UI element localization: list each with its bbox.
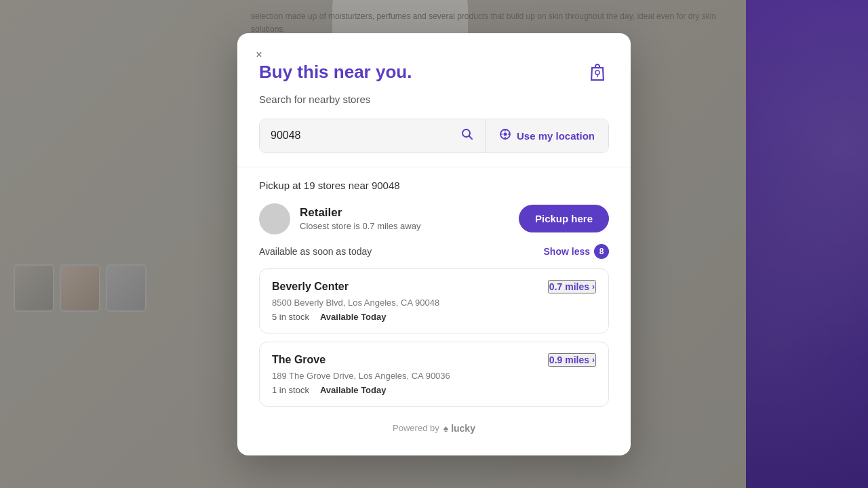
modal-header: Buy this near you. (259, 62, 609, 89)
svg-line-3 (469, 136, 472, 139)
store-name-0: Beverly Center (272, 281, 349, 293)
store-address-1: 189 The Grove Drive, Los Angeles, CA 900… (272, 371, 596, 381)
use-location-label: Use my location (517, 130, 595, 142)
chevron-right-icon-0: › (592, 282, 595, 291)
lucky-label: lucky (451, 423, 475, 434)
modal-title: Buy this near you. (259, 62, 412, 83)
modal-backdrop: × Buy this near you. Search for nearby s… (0, 0, 868, 488)
store-stock-row-1: 1 in stock Available Today (272, 385, 596, 395)
modal: × Buy this near you. Search for nearby s… (237, 33, 631, 455)
use-location-button[interactable]: Use my location (486, 119, 608, 152)
stock-count-0: 5 in stock (272, 312, 309, 322)
store-miles-1: 0.9 miles (549, 354, 589, 365)
store-stock-row-0: 5 in stock Available Today (272, 312, 596, 322)
retailer-avatar (259, 203, 290, 235)
available-today-1: Available Today (320, 385, 387, 395)
bag-icon (586, 62, 609, 89)
store-address-0: 8500 Beverly Blvd, Los Angeles, CA 90048 (272, 298, 596, 308)
store-name-1: The Grove (272, 354, 326, 366)
show-less-label: Show less (544, 246, 590, 257)
search-input[interactable] (271, 129, 455, 142)
retailer-info: Retailer Closest store is 0.7 miles away (259, 203, 420, 235)
svg-point-5 (503, 133, 507, 136)
available-today-0: Available Today (320, 312, 387, 322)
store-card-header-1: The Grove 0.9 miles › (272, 353, 596, 367)
store-miles-button-0[interactable]: 0.7 miles › (548, 280, 596, 293)
store-card-header-0: Beverly Center 0.7 miles › (272, 280, 596, 293)
stock-count-1: 1 in stock (272, 385, 309, 395)
pickup-summary: Pickup at 19 stores near 90048 (259, 180, 609, 191)
retailer-row: Retailer Closest store is 0.7 miles away… (259, 203, 609, 235)
availability-text: Available as soon as today (259, 246, 372, 257)
chevron-right-icon-1: › (592, 355, 595, 365)
svg-point-0 (595, 70, 599, 75)
store-miles-button-1[interactable]: 0.9 miles › (548, 353, 596, 367)
search-button[interactable] (460, 127, 474, 144)
pickup-here-button[interactable]: Pickup here (519, 205, 609, 232)
close-button[interactable]: × (251, 47, 267, 63)
search-input-wrap (260, 119, 486, 152)
powered-by: Powered by ♠ lucky (259, 415, 609, 434)
store-card-1: The Grove 0.9 miles › 189 The Grove Driv… (259, 342, 609, 407)
retailer-details: Retailer Closest store is 0.7 miles away (300, 206, 420, 231)
count-badge: 8 (594, 244, 609, 259)
retailer-name: Retailer (300, 206, 420, 220)
retailer-distance: Closest store is 0.7 miles away (300, 221, 420, 231)
location-icon (499, 128, 511, 143)
store-card-0: Beverly Center 0.7 miles › 8500 Beverly … (259, 268, 609, 333)
store-miles-0: 0.7 miles (549, 281, 589, 292)
search-row: Use my location (259, 119, 609, 153)
availability-row: Available as soon as today Show less 8 (259, 244, 609, 259)
modal-subtitle: Search for nearby stores (259, 94, 609, 105)
lucky-logo: ♠ lucky (443, 423, 475, 434)
powered-by-text: Powered by (393, 423, 439, 433)
lucky-icon: ♠ (443, 423, 448, 434)
show-less-button[interactable]: Show less 8 (544, 244, 609, 259)
divider-1 (237, 167, 631, 167)
